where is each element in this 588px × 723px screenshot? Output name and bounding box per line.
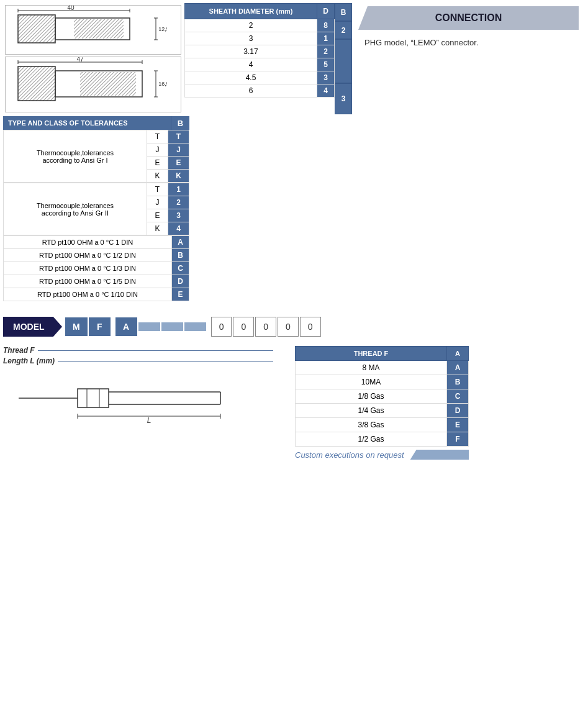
table-row: Thermocouple,tolerancesaccording to Ansi… bbox=[4, 130, 189, 143]
table-row: 4.53 bbox=[185, 71, 335, 84]
table-row: 64 bbox=[185, 84, 335, 98]
thread-a-col-header: A bbox=[447, 347, 469, 361]
model-cell-a: A bbox=[115, 317, 137, 336]
thread-f-label: Thread F bbox=[3, 346, 35, 355]
connection-section: CONNECTION PHG model, “LEMO” connector. bbox=[352, 3, 585, 114]
thread-instrument-diagram: L bbox=[16, 371, 283, 429]
svg-text:16,5: 16,5 bbox=[158, 81, 167, 87]
model-cell-m: M bbox=[65, 317, 88, 336]
custom-exec-text: Custom executions on request bbox=[295, 450, 404, 460]
table-row: 1/2 GasF bbox=[296, 432, 469, 447]
table-row: 3/8 GasE bbox=[296, 418, 469, 432]
model-cell-0b: 0 bbox=[233, 317, 254, 337]
model-cell-0c: 0 bbox=[255, 317, 276, 337]
table-row: RTD pt100 OHM a 0 °C 1/10 DIN E bbox=[4, 288, 189, 301]
model-cell-blank1 bbox=[138, 322, 160, 331]
length-l-label: Length L (mm) bbox=[3, 357, 55, 365]
tolerances-b-header: B bbox=[171, 116, 189, 130]
tolerances-title: TYPE AND CLASS OF TOLERANCES bbox=[3, 116, 171, 130]
svg-rect-18 bbox=[18, 66, 55, 101]
connection-header: CONNECTION bbox=[358, 6, 579, 30]
diagram-1: 40 12,5 bbox=[5, 5, 181, 55]
model-section: MODEL M F A 0 0 0 0 0 Thread F bbox=[3, 317, 585, 460]
table-row: Thermocouple,tolerancesaccording to Ansi… bbox=[4, 183, 189, 196]
tolerances-rtd-table: RTD pt100 OHM a 0 °C 1 DIN A RTD pt100 O… bbox=[3, 235, 189, 301]
table-row: RTD pt100 OHM a 0 °C 1/3 DIN C bbox=[4, 262, 189, 275]
custom-exec-bar bbox=[410, 450, 469, 460]
model-label: MODEL bbox=[3, 317, 62, 337]
table-row: 1/8 GasC bbox=[296, 389, 469, 404]
table-row: RTD pt100 OHM a 0 °C 1/5 DIN D bbox=[4, 275, 189, 288]
table-row: RTD pt100 OHM a 0 °C 1 DIN A bbox=[4, 236, 189, 249]
table-row: 8 MAA bbox=[296, 361, 469, 375]
thread-f-section: THREAD F A 8 MAA 10MAB 1/8 GasC 1/4 GasD… bbox=[295, 346, 469, 460]
svg-rect-27 bbox=[78, 389, 109, 407]
connection-description: PHG model, “LEMO” connector. bbox=[358, 35, 579, 50]
svg-rect-7 bbox=[74, 19, 124, 39]
diagram-2: 47 16,5 bbox=[5, 57, 181, 112]
svg-text:40: 40 bbox=[67, 6, 75, 11]
svg-text:12,5: 12,5 bbox=[158, 26, 167, 32]
table-row: RTD pt100 OHM a 0 °C 1/2 DIN B bbox=[4, 249, 189, 262]
model-cell-0a: 0 bbox=[211, 317, 232, 337]
svg-text:47: 47 bbox=[76, 57, 84, 63]
svg-rect-20 bbox=[80, 72, 136, 96]
model-cell-f: F bbox=[89, 317, 111, 336]
model-cell-0e: 0 bbox=[300, 317, 321, 337]
table-row: 45 bbox=[185, 58, 335, 71]
sheath-d-header: D bbox=[317, 4, 335, 19]
sheath-diameter-table: SHEATH DIAMETER (mm) D 28 31 3.172 45 4.… bbox=[184, 3, 335, 98]
model-cell-0d: 0 bbox=[278, 317, 299, 337]
sheath-b-column: B 2 3 bbox=[335, 3, 352, 114]
thread-f-table: THREAD F A 8 MAA 10MAB 1/8 GasC 1/4 GasD… bbox=[295, 346, 469, 447]
table-row: 28 bbox=[185, 19, 335, 32]
svg-text:L: L bbox=[147, 416, 152, 425]
thread-f-col-header: THREAD F bbox=[296, 347, 447, 361]
tolerances-table-group1: Thermocouple,tolerancesaccording to Ansi… bbox=[3, 130, 189, 183]
svg-rect-5 bbox=[18, 15, 55, 43]
model-cell-blank2 bbox=[161, 322, 183, 331]
table-row: 3.172 bbox=[185, 45, 335, 58]
table-row: 1/4 GasD bbox=[296, 404, 469, 418]
table-row: 31 bbox=[185, 32, 335, 45]
tolerances-table-group2: Thermocouple,tolerancesaccording to Ansi… bbox=[3, 183, 189, 235]
sheath-col-header: SHEATH DIAMETER (mm) bbox=[185, 4, 317, 19]
table-row: 10MAB bbox=[296, 375, 469, 389]
model-cell-blank3 bbox=[184, 322, 206, 331]
